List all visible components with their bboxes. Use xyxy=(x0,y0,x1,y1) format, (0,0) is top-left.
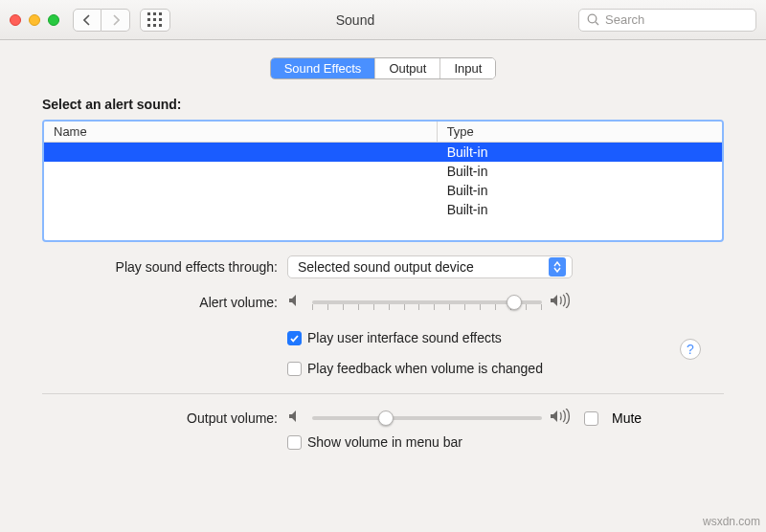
list-header: Name Type xyxy=(44,122,722,143)
play-ui-sounds-checkbox[interactable] xyxy=(287,331,302,345)
back-button[interactable] xyxy=(73,9,101,32)
sound-effects-section: Select an alert sound: Name Type Built-i… xyxy=(0,79,766,450)
search-input[interactable]: Search xyxy=(578,9,756,32)
speaker-high-icon xyxy=(550,293,571,312)
column-type[interactable]: Type xyxy=(438,122,722,142)
alert-sound-label: Select an alert sound: xyxy=(42,97,724,112)
list-row[interactable]: Built-in xyxy=(44,143,722,162)
mute-label: Mute xyxy=(612,410,642,426)
grid-icon xyxy=(147,12,163,28)
show-volume-menubar-checkbox[interactable] xyxy=(287,435,302,450)
chevron-left-icon xyxy=(83,14,91,26)
chevron-right-icon xyxy=(112,14,120,26)
speaker-low-icon xyxy=(287,293,304,312)
window-title: Sound xyxy=(142,12,569,28)
window-controls xyxy=(10,14,59,26)
search-icon xyxy=(587,13,599,26)
play-feedback-label: Play feedback when volume is changed xyxy=(307,361,543,376)
zoom-window-button[interactable] xyxy=(48,14,59,26)
list-row[interactable]: Built-in xyxy=(44,200,722,219)
checkmark-icon xyxy=(289,333,300,344)
play-through-value: Selected sound output device xyxy=(298,259,474,275)
list-row[interactable]: Built-in xyxy=(44,181,722,200)
speaker-high-icon xyxy=(550,409,571,428)
close-window-button[interactable] xyxy=(10,14,21,26)
divider xyxy=(42,393,724,394)
output-volume-slider[interactable] xyxy=(312,408,542,429)
svg-point-0 xyxy=(588,14,597,23)
nav-back-forward xyxy=(73,9,130,32)
alert-sound-list[interactable]: Name Type Built-in Built-in Built-in Bui… xyxy=(42,120,724,242)
speaker-low-icon xyxy=(287,409,304,428)
help-button[interactable]: ? xyxy=(680,339,701,360)
alert-volume-slider[interactable] xyxy=(312,292,542,313)
play-ui-sounds-label: Play user interface sound effects xyxy=(307,330,502,345)
tabs: Sound Effects Output Input xyxy=(0,57,766,79)
minimize-window-button[interactable] xyxy=(29,14,40,26)
play-feedback-checkbox[interactable] xyxy=(287,362,302,376)
alert-volume-label: Alert volume: xyxy=(42,295,287,310)
output-volume-label: Output volume: xyxy=(42,410,287,426)
forward-button[interactable] xyxy=(101,9,130,32)
column-name[interactable]: Name xyxy=(44,122,438,142)
play-through-popup[interactable]: Selected sound output device xyxy=(287,255,573,278)
tab-sound-effects[interactable]: Sound Effects xyxy=(271,58,376,78)
popup-arrows-icon xyxy=(549,257,566,277)
help-icon: ? xyxy=(687,342,694,357)
tab-output[interactable]: Output xyxy=(375,58,440,78)
show-volume-menubar-label: Show volume in menu bar xyxy=(307,434,462,450)
list-row[interactable]: Built-in xyxy=(44,162,722,181)
svg-line-1 xyxy=(596,22,598,25)
watermark: wsxdn.com xyxy=(703,515,760,528)
tab-input[interactable]: Input xyxy=(440,58,495,78)
search-placeholder: Search xyxy=(605,12,644,27)
content: Sound Effects Output Input Select an ale… xyxy=(0,40,766,532)
titlebar: Sound Search xyxy=(0,0,766,40)
mute-checkbox[interactable] xyxy=(584,411,598,426)
play-through-label: Play sound effects through: xyxy=(42,259,287,275)
